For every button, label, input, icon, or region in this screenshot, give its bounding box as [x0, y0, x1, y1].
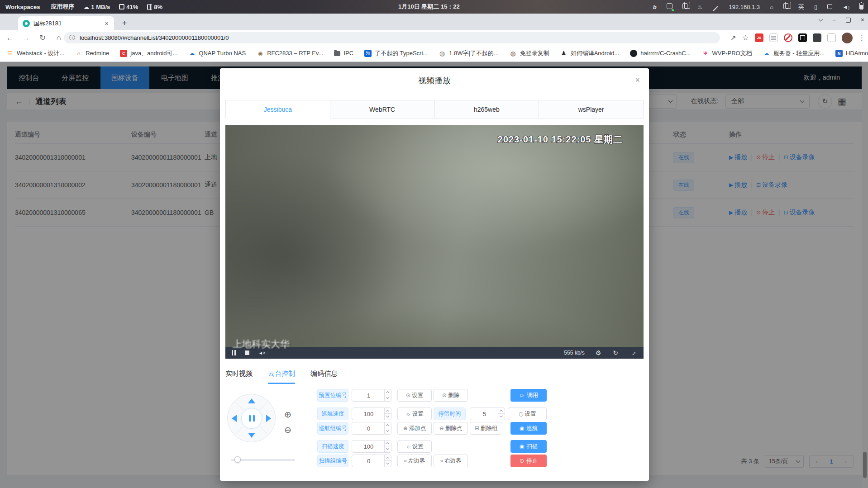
- preset-call-button[interactable]: ☺调用: [510, 389, 547, 402]
- bookmark-qnap[interactable]: ☁QNAP Turbo NAS: [188, 50, 246, 57]
- maximize-button[interactable]: [846, 18, 851, 23]
- browser-tab[interactable]: 国标28181 ×: [18, 16, 114, 30]
- extension-doc-icon[interactable]: [769, 33, 778, 42]
- tab-webrtc[interactable]: WebRTC: [330, 100, 434, 118]
- bookmark-ipc-folder[interactable]: IPC: [334, 50, 353, 57]
- teapot-icon[interactable]: ♨: [697, 4, 703, 10]
- stay-time-set-button[interactable]: ◷设置: [508, 407, 547, 420]
- display-icon[interactable]: [827, 4, 832, 10]
- bookmark-zhihu[interactable]: 知了不起的 TypeScri...: [364, 49, 428, 57]
- player-settings-icon[interactable]: ⚙: [596, 349, 601, 356]
- mute-volume-icon[interactable]: ◄×: [258, 351, 266, 355]
- preset-set-button[interactable]: ⊙设置: [397, 389, 432, 402]
- ptz-direction-pad[interactable]: [227, 394, 276, 442]
- number-stepper[interactable]: [498, 408, 505, 420]
- cruise-group-input[interactable]: [352, 422, 391, 435]
- bookmark-redmine[interactable]: ∩Redmine: [75, 50, 109, 57]
- ptz-center-pause-button[interactable]: [241, 408, 262, 429]
- back-button[interactable]: ←: [4, 33, 16, 43]
- bookmark-tencent-cloud[interactable]: ☁服务器 - 轻量应用...: [763, 49, 825, 57]
- number-stepper[interactable]: [384, 441, 391, 452]
- profile-avatar[interactable]: [842, 33, 853, 43]
- windows-icon[interactable]: [783, 3, 788, 10]
- bookmark-rfc[interactable]: ◉RFC2833 – RTP Ev...: [257, 50, 323, 57]
- tab-encoding-info[interactable]: 编码信息: [310, 370, 338, 384]
- bookmark-star-icon[interactable]: ☆: [742, 33, 749, 43]
- stay-time-input[interactable]: [470, 407, 505, 420]
- ptz-up-button[interactable]: [248, 398, 255, 403]
- close-window-button[interactable]: ×: [861, 16, 864, 24]
- bookmark-github[interactable]: ᐧhairrrrr/C-CrashC...: [630, 50, 691, 57]
- input-method-indicator[interactable]: 英: [798, 3, 804, 11]
- scan-button[interactable]: ◉扫描: [510, 440, 547, 453]
- extension-blocker-icon[interactable]: [784, 33, 792, 42]
- bookmark-hdatmos[interactable]: NHDAtmos :: 种子 *...: [835, 49, 868, 57]
- tab-close-icon[interactable]: ×: [104, 19, 110, 27]
- video-player[interactable]: 2023-01-10 15:22:05 星期二 上地科实大华 ◄× 555 kb…: [225, 125, 644, 359]
- slider-handle[interactable]: [234, 456, 241, 463]
- bookmark-csdn[interactable]: Cjava、android可...: [120, 49, 177, 57]
- player-refresh-icon[interactable]: ↻: [613, 349, 618, 356]
- bookmark-webstack[interactable]: ☰Webstack - 设计...: [6, 49, 64, 57]
- app-indicator-icon[interactable]: [667, 3, 672, 10]
- stop-button[interactable]: [245, 351, 249, 355]
- number-stepper[interactable]: [384, 408, 391, 420]
- ptz-stop-button[interactable]: ⊙停止: [510, 455, 547, 467]
- left-boundary-button[interactable]: «左边界: [397, 455, 432, 467]
- site-info-icon[interactable]: ⓘ: [69, 34, 75, 42]
- delete-point-button[interactable]: ⊖删除点: [434, 422, 468, 435]
- browser-menu-icon[interactable]: ⋮: [858, 34, 865, 42]
- pause-button[interactable]: [232, 350, 236, 355]
- minimize-button[interactable]: −: [832, 16, 836, 24]
- zoom-in-button[interactable]: ⊕: [282, 409, 293, 420]
- zoom-out-button[interactable]: ⊖: [282, 425, 293, 436]
- address-bar[interactable]: ⓘ localhost:38080/#/channelList/34020000…: [64, 32, 720, 43]
- bookmark-article2[interactable]: ◍免登录复制: [510, 49, 549, 57]
- ptz-down-button[interactable]: [248, 433, 255, 438]
- tab-ptz-control[interactable]: 云台控制: [268, 370, 295, 384]
- applications-menu[interactable]: 应用程序: [51, 3, 74, 11]
- delete-group-button[interactable]: ⊟删除组: [470, 422, 502, 435]
- extension-dark-icon[interactable]: [798, 33, 807, 42]
- bookmark-article1[interactable]: ◍1.8W字|了不起的...: [439, 49, 499, 57]
- scan-group-input[interactable]: [352, 455, 391, 467]
- number-stepper[interactable]: [384, 455, 391, 467]
- ptz-speed-slider[interactable]: [231, 459, 295, 461]
- bookmark-wvp[interactable]: ΨWVP-PRO文档: [702, 49, 752, 57]
- extension-js-icon[interactable]: JS: [755, 33, 763, 42]
- right-boundary-button[interactable]: »右边界: [434, 455, 468, 467]
- bookmark-android[interactable]: ♟如何编译Android...: [560, 49, 620, 57]
- number-stepper[interactable]: [384, 422, 391, 434]
- new-tab-button[interactable]: +: [119, 18, 130, 29]
- cruise-button[interactable]: ◉巡航: [510, 422, 547, 435]
- close-icon[interactable]: ×: [635, 76, 640, 85]
- scan-speed-set-button[interactable]: ☼设置: [397, 440, 432, 453]
- share-icon[interactable]: ↗: [730, 34, 736, 42]
- clipboard-icon[interactable]: [682, 3, 687, 10]
- tablet-icon[interactable]: ▯: [814, 4, 817, 10]
- url-text[interactable]: localhost:38080/#/channelList/3402000000…: [80, 34, 229, 41]
- tab-h265web[interactable]: h265web: [434, 100, 539, 118]
- cruise-speed-input[interactable]: [352, 407, 391, 420]
- add-point-button[interactable]: ⊕添加点: [397, 422, 432, 435]
- forward-button[interactable]: →: [20, 33, 33, 43]
- extension-light-icon[interactable]: [827, 33, 836, 42]
- extensions-puzzle-icon[interactable]: [813, 33, 821, 42]
- home-button[interactable]: ⌂: [52, 33, 65, 43]
- cruise-speed-set-button[interactable]: ☼设置: [397, 407, 432, 420]
- reload-button[interactable]: ↻: [36, 33, 49, 43]
- tab-jessibuca[interactable]: Jessibuca: [226, 100, 330, 118]
- bing-tray-icon[interactable]: b: [653, 4, 657, 10]
- home-tray-icon[interactable]: ⌂: [770, 4, 773, 10]
- preset-delete-button[interactable]: ⊘删除: [434, 389, 468, 402]
- preset-number-input[interactable]: [352, 389, 391, 402]
- tab-wsplayer[interactable]: wsPlayer: [539, 100, 643, 118]
- ptz-left-button[interactable]: [232, 415, 237, 422]
- number-stepper[interactable]: [384, 389, 391, 401]
- workspaces-button[interactable]: Workspaces: [5, 4, 40, 10]
- fullscreen-icon[interactable]: ↔: [628, 348, 638, 357]
- scan-speed-input[interactable]: [352, 440, 391, 453]
- ptz-right-button[interactable]: [266, 415, 271, 422]
- tab-live-video[interactable]: 实时视频: [225, 370, 253, 384]
- clock[interactable]: 1月10日 星期二 15：22: [398, 0, 460, 14]
